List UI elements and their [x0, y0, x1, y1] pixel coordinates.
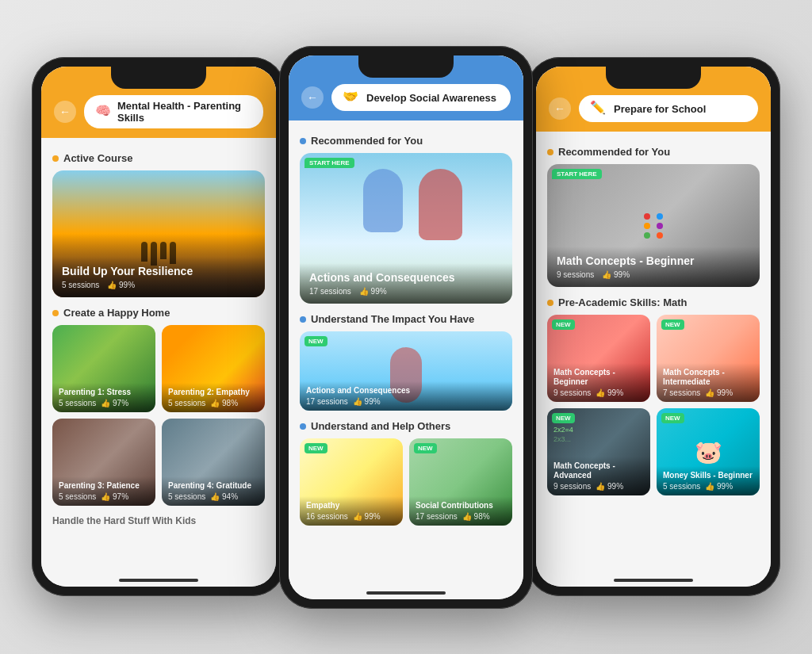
center-others-tag-1: NEW — [304, 443, 327, 453]
center-hero-meta: 17 sessions 👍 99% — [309, 287, 503, 296]
left-card-1-overlay: Parenting 1: Stress 5 sessions 👍 97% — [52, 383, 155, 412]
right-hero-overlay: Math Concepts - Beginner 9 sessions 👍 99… — [547, 247, 760, 287]
phone-left-notch — [111, 67, 206, 89]
left-bottom-text: Handle the Hard Stuff With Kids — [52, 515, 265, 526]
phone-right-homebar — [614, 579, 693, 582]
center-others-card-2[interactable]: NEW Social Contributions 17 sessions 👍 9… — [409, 438, 512, 526]
center-section-impact: Understand The Impact You Have — [300, 313, 512, 325]
phone-left: ← 🧠 Mental Health - Parenting Skills Act… — [32, 57, 285, 596]
center-hero-tag: START HERE — [304, 158, 354, 168]
center-section-others: Understand and Help Others — [300, 420, 512, 432]
left-header-title: Mental Health - Parenting Skills — [117, 100, 252, 124]
right-math-grid: NEW Math Concepts - Beginner 9 sessions … — [547, 315, 760, 495]
phone-center: ← 🤝 Develop Social Awareness Recommended… — [279, 46, 533, 609]
scene: ← 🧠 Mental Health - Parenting Skills Act… — [0, 0, 812, 654]
right-math-overlay-4: Money Skills - Beginner 5 sessions 👍 99% — [657, 466, 760, 495]
right-header-title: Prepare for School — [614, 103, 706, 115]
phone-right-screen: ← ✏️ Prepare for School Recommended for … — [536, 67, 771, 587]
right-math-card-4[interactable]: 🐷 NEW Money Skills - Beginner 5 sessions… — [657, 408, 760, 495]
center-hero-card[interactable]: START HERE Actions and Consequences 17 s… — [300, 153, 512, 304]
phone-right: ← ✏️ Prepare for School Recommended for … — [527, 57, 780, 596]
right-dot-math — [547, 300, 553, 306]
phone-center-notch — [358, 55, 454, 78]
center-header-pill: 🤝 Develop Social Awareness — [331, 84, 511, 111]
right-math-tag-4: NEW — [661, 413, 684, 423]
left-card-4[interactable]: Parenting 4: Gratitude 5 sessions 👍 94% — [162, 419, 265, 506]
center-impact-tag-1: NEW — [304, 336, 327, 346]
center-hero-title: Actions and Consequences — [309, 271, 503, 284]
right-section-rec: Recommended for You — [547, 146, 760, 158]
left-card-3-overlay: Parenting 3: Patience 5 sessions 👍 97% — [52, 476, 155, 506]
left-card-4-meta: 5 sessions 👍 94% — [168, 492, 259, 501]
left-content: Active Course Build Up Your Resilience — [41, 138, 276, 587]
center-others-grid: NEW Empathy 16 sessions 👍 99% — [300, 438, 512, 526]
left-hero-sessions: 5 sessions — [62, 281, 99, 289]
left-card-3[interactable]: Parenting 3: Patience 5 sessions 👍 97% — [52, 419, 155, 506]
phone-left-screen: ← 🧠 Mental Health - Parenting Skills Act… — [41, 67, 276, 587]
left-hero-meta: 5 sessions 👍 99% — [62, 281, 255, 289]
right-content: Recommended for You — [536, 132, 771, 580]
right-hero-meta: 9 sessions 👍 99% — [557, 270, 750, 279]
center-others-tag-2: NEW — [414, 443, 437, 453]
right-back-button[interactable]: ← — [549, 98, 571, 120]
right-dot-rec — [547, 149, 553, 155]
phone-center-screen: ← 🤝 Develop Social Awareness Recommended… — [289, 55, 523, 599]
right-math-meta-2: 7 sessions 👍 99% — [663, 388, 753, 397]
center-others-overlay-2: Social Contributions 17 sessions 👍 98% — [409, 496, 512, 526]
right-section-math: Pre-Academic Skills: Math — [547, 296, 760, 308]
right-math-meta-4: 5 sessions 👍 99% — [663, 482, 753, 491]
left-dot-happy — [52, 310, 59, 316]
right-math-card-1[interactable]: NEW Math Concepts - Beginner 9 sessions … — [547, 315, 650, 402]
right-math-meta-3: 9 sessions 👍 99% — [553, 482, 644, 491]
center-others-card-1[interactable]: NEW Empathy 16 sessions 👍 99% — [300, 438, 403, 526]
center-dot-impact — [300, 316, 306, 323]
phone-left-inner: ← 🧠 Mental Health - Parenting Skills Act… — [41, 67, 276, 587]
phone-center-homebar — [366, 591, 446, 595]
left-header-pill: 🧠 Mental Health - Parenting Skills — [84, 95, 263, 128]
left-section-active: Active Course — [52, 152, 265, 164]
left-card-2[interactable]: Parenting 2: Empathy 5 sessions 👍 98% — [162, 325, 265, 412]
center-back-button[interactable]: ← — [301, 86, 324, 109]
center-others-meta-2: 17 sessions 👍 98% — [416, 512, 506, 521]
center-impact-meta-1: 17 sessions 👍 99% — [306, 397, 506, 406]
phone-left-homebar — [119, 579, 198, 582]
left-card-grid: Parenting 1: Stress 5 sessions 👍 97% — [52, 325, 265, 506]
center-header-icon: 🤝 — [343, 89, 360, 106]
left-card-3-meta: 5 sessions 👍 97% — [59, 492, 149, 501]
right-math-card-3[interactable]: 2x1=2 2x2=4 2x3... NEW Math Concepts - A… — [547, 408, 650, 495]
right-header-pill: ✏️ Prepare for School — [579, 95, 758, 122]
right-math-overlay-3: Math Concepts - Advanced 9 sessions 👍 99… — [547, 457, 650, 495]
left-card-2-meta: 5 sessions 👍 98% — [168, 399, 259, 407]
right-math-overlay-1: Math Concepts - Beginner 9 sessions 👍 99… — [547, 363, 650, 402]
right-hero-tag: START HERE — [552, 169, 602, 179]
phone-center-inner: ← 🤝 Develop Social Awareness Recommended… — [289, 55, 523, 599]
left-hero-overlay: Build Up Your Resilience 5 sessions 👍 99… — [52, 257, 265, 297]
right-math-card-2[interactable]: NEW Math Concepts - Intermediate 7 sessi… — [657, 315, 760, 402]
center-content: Recommended for You START HERE Actions a… — [289, 120, 523, 593]
center-dot-others — [300, 423, 306, 430]
right-math-tag-3: NEW — [552, 413, 575, 423]
left-card-1[interactable]: Parenting 1: Stress 5 sessions 👍 97% — [52, 325, 155, 412]
center-others-meta-1: 16 sessions 👍 99% — [306, 512, 396, 521]
center-others-overlay-1: Empathy 16 sessions 👍 99% — [300, 496, 403, 526]
center-impact-card-1[interactable]: NEW Actions and Consequences 17 sessions… — [300, 331, 512, 411]
center-impact-cards: NEW Actions and Consequences 17 sessions… — [300, 331, 512, 411]
right-math-overlay-2: Math Concepts - Intermediate 7 sessions … — [657, 363, 760, 402]
center-dot-rec — [300, 138, 306, 144]
right-hero-card[interactable]: START HERE Math Concepts - Beginner 9 se… — [547, 164, 760, 287]
left-back-button[interactable]: ← — [54, 101, 76, 123]
center-impact-overlay-1: Actions and Consequences 17 sessions 👍 9… — [300, 381, 512, 411]
left-card-2-overlay: Parenting 2: Empathy 5 sessions 👍 98% — [162, 383, 265, 412]
right-math-tag-1: NEW — [552, 319, 575, 330]
left-card-4-overlay: Parenting 4: Gratitude 5 sessions 👍 94% — [162, 476, 265, 506]
center-hero-overlay: Actions and Consequences 17 sessions 👍 9… — [300, 263, 512, 304]
left-hero-rating: 👍 99% — [107, 281, 135, 289]
center-header-title: Develop Social Awareness — [366, 92, 496, 104]
left-header-icon: 🧠 — [95, 103, 111, 120]
right-header-icon: ✏️ — [590, 100, 607, 117]
left-hero-card[interactable]: Build Up Your Resilience 5 sessions 👍 99… — [52, 170, 265, 297]
left-dot-active — [52, 155, 59, 162]
left-hero-title: Build Up Your Resilience — [62, 265, 255, 277]
phone-right-inner: ← ✏️ Prepare for School Recommended for … — [536, 67, 771, 587]
right-hero-title: Math Concepts - Beginner — [557, 254, 750, 267]
